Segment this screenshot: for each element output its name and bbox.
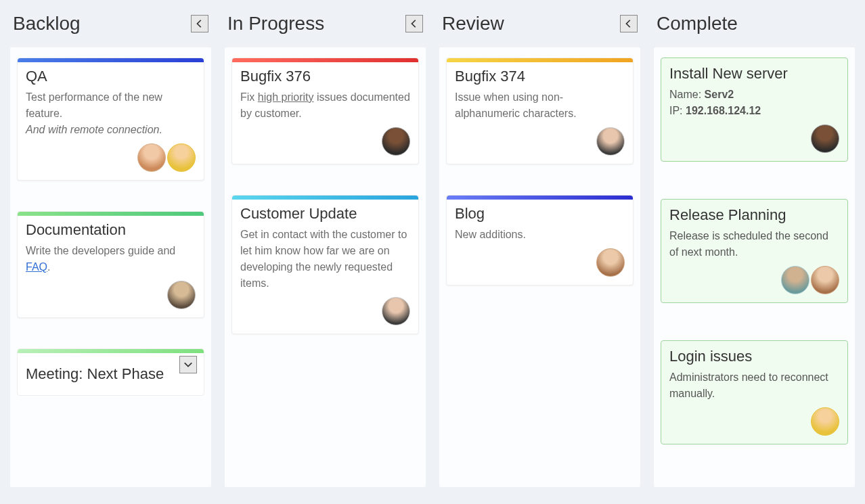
avatar[interactable]	[811, 124, 839, 153]
card-blog[interactable]: Blog New additions.	[446, 195, 634, 285]
card-title: Bugfix 376	[240, 68, 410, 85]
card-description: Fix high priority issues documented by c…	[240, 89, 410, 122]
card-login-issues[interactable]: Login issues Administrators need to reco…	[661, 340, 848, 444]
column-body-backlog: QA Test performance of the new feature. …	[10, 47, 211, 487]
card-avatars	[455, 248, 625, 277]
card-stripe	[447, 58, 633, 62]
card-title: Customer Update	[240, 205, 410, 223]
card-stripe	[18, 212, 204, 216]
card-bugfix-376[interactable]: Bugfix 376 Fix high priority issues docu…	[231, 58, 419, 164]
column-header-backlog: Backlog	[10, 7, 211, 47]
avatar[interactable]	[382, 297, 410, 325]
card-description: Write the developers guide and FAQ.	[26, 243, 196, 275]
column-body-in-progress: Bugfix 376 Fix high priority issues docu…	[225, 47, 426, 487]
avatar[interactable]	[137, 143, 166, 172]
chevron-down-icon	[183, 360, 193, 369]
card-title: Install New server	[669, 65, 839, 83]
column-title-in-progress: In Progress	[227, 13, 324, 35]
chevron-left-icon	[624, 19, 634, 28]
card-title: Login issues	[669, 348, 839, 365]
card-desc-text: Fix	[240, 91, 258, 103]
card-avatars	[26, 281, 196, 309]
card-avatars	[669, 407, 839, 436]
column-backlog: Backlog QA Test performance of the new f…	[10, 7, 211, 487]
card-stripe	[18, 58, 204, 62]
card-title: Bugfix 374	[455, 68, 625, 85]
faq-link[interactable]: FAQ	[26, 261, 47, 273]
card-documentation[interactable]: Documentation Write the developers guide…	[17, 211, 204, 318]
column-header-in-progress: In Progress	[225, 7, 426, 47]
card-description: Get in contact with the customer to let …	[240, 227, 410, 292]
expand-button-meeting[interactable]	[179, 356, 197, 373]
label-ip: IP:	[669, 105, 686, 116]
card-desc-text: Write the developers guide and	[26, 245, 175, 256]
card-stripe	[232, 58, 418, 62]
avatar[interactable]	[781, 266, 809, 294]
avatar[interactable]	[811, 266, 839, 294]
card-title: Release Planning	[669, 206, 839, 224]
card-title: Blog	[455, 205, 625, 223]
card-description: New additions.	[455, 227, 625, 243]
avatar[interactable]	[596, 127, 625, 156]
column-title-complete: Complete	[657, 13, 738, 35]
kanban-board: Backlog QA Test performance of the new f…	[10, 7, 855, 487]
column-title-review: Review	[442, 13, 504, 35]
card-description: Issue when using non-alphanumeric charac…	[455, 89, 625, 122]
card-customer-update[interactable]: Customer Update Get in contact with the …	[231, 195, 419, 334]
card-install-server[interactable]: Install New server Name: Serv2 IP: 192.1…	[661, 58, 848, 162]
card-avatars	[240, 297, 410, 325]
column-header-review: Review	[439, 7, 640, 47]
card-meeting[interactable]: Meeting: Next Phase	[17, 348, 204, 396]
card-avatars	[669, 266, 839, 294]
column-complete: Complete Install New server Name: Serv2 …	[654, 7, 855, 487]
collapse-button-in-progress[interactable]	[405, 15, 423, 32]
chevron-left-icon	[409, 19, 419, 28]
column-title-backlog: Backlog	[13, 13, 81, 35]
column-body-review: Bugfix 374 Issue when using non-alphanum…	[439, 47, 640, 487]
avatar[interactable]	[811, 407, 839, 436]
card-description: Name: Serv2 IP: 192.168.124.12	[669, 87, 839, 119]
card-desc-line: Test performance of the new feature.	[26, 91, 162, 119]
chevron-left-icon	[195, 19, 204, 28]
card-description: Test performance of the new feature. And…	[26, 89, 196, 138]
label-name: Name:	[669, 89, 705, 100]
card-avatars	[26, 143, 196, 172]
column-header-complete: Complete	[654, 7, 855, 47]
card-avatars	[240, 127, 410, 156]
avatar[interactable]	[167, 143, 196, 172]
card-avatars	[669, 124, 839, 153]
value-name: Serv2	[705, 89, 734, 100]
card-description: Administrators need to reconnect manuall…	[669, 369, 839, 402]
card-description: Release is scheduled the second of next …	[669, 228, 839, 260]
column-in-progress: In Progress Bugfix 376 Fix high priority…	[225, 7, 426, 487]
card-title: QA	[26, 68, 196, 85]
card-title: Meeting: Next Phase	[26, 365, 164, 383]
card-qa[interactable]: QA Test performance of the new feature. …	[17, 58, 204, 181]
card-stripe	[232, 196, 418, 200]
avatar[interactable]	[167, 281, 196, 309]
card-avatars	[455, 127, 625, 156]
collapse-button-backlog[interactable]	[191, 15, 208, 32]
column-body-complete: Install New server Name: Serv2 IP: 192.1…	[654, 47, 855, 487]
avatar[interactable]	[596, 248, 625, 277]
card-desc-italic: And with remote connection.	[26, 124, 162, 135]
card-desc-text: .	[47, 261, 50, 273]
column-review: Review Bugfix 374 Issue when using non-a…	[439, 7, 640, 487]
card-bugfix-374[interactable]: Bugfix 374 Issue when using non-alphanum…	[446, 58, 634, 164]
collapse-button-review[interactable]	[620, 15, 638, 32]
card-release-planning[interactable]: Release Planning Release is scheduled th…	[661, 199, 848, 303]
card-desc-underline: high priority	[258, 91, 314, 103]
avatar[interactable]	[382, 127, 410, 156]
card-title: Documentation	[26, 221, 196, 239]
value-ip: 192.168.124.12	[686, 105, 761, 116]
card-stripe	[447, 196, 633, 200]
